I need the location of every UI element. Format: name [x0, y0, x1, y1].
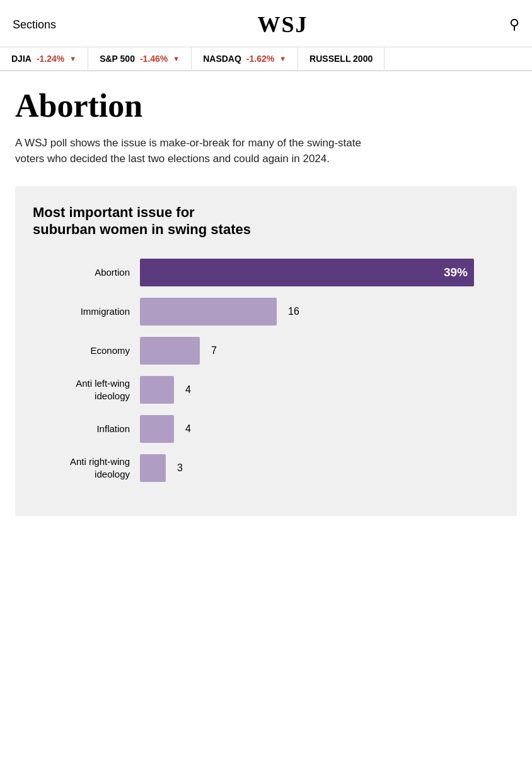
bar-label: Abortion	[33, 266, 140, 279]
ticker-nasdaq[interactable]: NASDAQ -1.62% ▼	[192, 47, 298, 70]
search-icon[interactable]: ⚲	[509, 16, 519, 33]
ticker-sp500[interactable]: S&P 500 -1.46% ▼	[88, 47, 192, 70]
ticker-djia-label: DJIA	[11, 54, 32, 64]
bar-fill	[140, 415, 174, 443]
bar-label: Anti right-wing ideology	[33, 455, 140, 480]
bar-label: Economy	[33, 344, 140, 357]
bar-label: Inflation	[33, 423, 140, 435]
bar-value-inside: 39%	[444, 266, 468, 279]
ticker-djia-arrow: ▼	[69, 55, 76, 62]
ticker-nasdaq-value: -1.62%	[246, 54, 274, 64]
ticker-sp500-arrow: ▼	[173, 55, 180, 62]
bar-fill	[140, 337, 200, 365]
sections-button[interactable]: Sections	[13, 18, 56, 32]
bar-value-outside: 3	[177, 462, 183, 474]
bar-row: Inflation4	[33, 415, 499, 443]
bar-row: Anti left-wing ideology4	[33, 376, 499, 404]
bar-container: 39%	[140, 259, 499, 286]
bar-row: Economy7	[33, 337, 499, 365]
bar-container: 3	[140, 454, 499, 482]
bar-value-outside: 7	[211, 345, 217, 356]
ticker-djia-value: -1.24%	[37, 54, 64, 64]
main-content: Abortion A WSJ poll shows the issue is m…	[0, 71, 532, 534]
article-title: Abortion	[15, 89, 517, 124]
ticker-sp500-label: S&P 500	[100, 54, 135, 64]
article-subtitle: A WSJ poll shows the issue is make-or-br…	[15, 135, 381, 167]
bar-value-outside: 4	[185, 384, 191, 396]
bar-fill	[140, 376, 174, 404]
bar-chart: Abortion39%Immigration16Economy7Anti lef…	[33, 259, 499, 493]
ticker-russell-label: RUSSELL 2000	[309, 54, 373, 64]
bar-row: Anti right-wing ideology3	[33, 454, 499, 482]
bar-container: 16	[140, 298, 499, 326]
bar-row: Immigration16	[33, 298, 499, 326]
bar-fill: 39%	[140, 259, 474, 286]
chart-title: Most important issue for suburban women …	[33, 204, 260, 238]
ticker-djia[interactable]: DJIA -1.24% ▼	[0, 47, 88, 70]
header: Sections WSJ ⚲	[0, 0, 532, 47]
ticker-nasdaq-label: NASDAQ	[203, 54, 241, 64]
bar-container: 4	[140, 376, 499, 404]
bar-fill	[140, 298, 277, 326]
ticker-sp500-value: -1.46%	[140, 54, 168, 64]
bar-value-outside: 4	[185, 423, 191, 435]
ticker-bar: DJIA -1.24% ▼ S&P 500 -1.46% ▼ NASDAQ -1…	[0, 47, 532, 71]
bar-label: Immigration	[33, 305, 140, 318]
wsj-logo[interactable]: WSJ	[258, 11, 308, 38]
ticker-nasdaq-arrow: ▼	[279, 55, 286, 62]
bar-container: 7	[140, 337, 499, 365]
bar-value-outside: 16	[288, 306, 299, 317]
chart-card: Most important issue for suburban women …	[15, 186, 517, 516]
bar-container: 4	[140, 415, 499, 443]
ticker-russell[interactable]: RUSSELL 2000	[298, 47, 385, 70]
bar-row: Abortion39%	[33, 259, 499, 286]
bar-label: Anti left-wing ideology	[33, 377, 140, 402]
bar-fill	[140, 454, 166, 482]
